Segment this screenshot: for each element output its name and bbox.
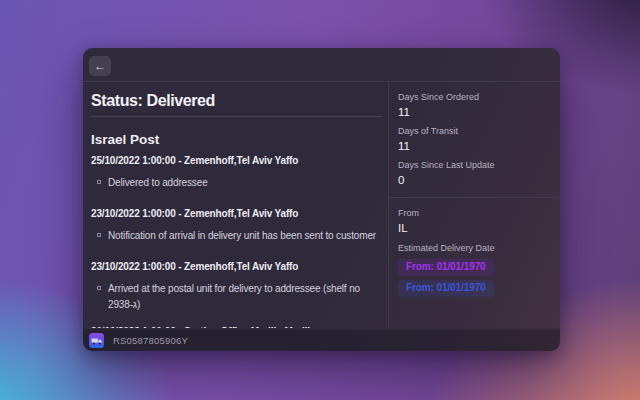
bullet-square-icon — [97, 180, 101, 184]
bullet-square-icon — [97, 286, 101, 290]
event-heading: 23/10/2022 1:00:00 - Zemenhoff,Tel Aviv … — [91, 207, 382, 221]
event-heading: 25/10/2022 1:00:00 - Zemenhoff,Tel Aviv … — [91, 154, 382, 168]
event-description-text: Delivered to addressee — [108, 175, 208, 191]
estimated-delivery-label: Estimated Delivery Date — [398, 242, 550, 254]
stat-label: Days of Transit — [398, 125, 550, 137]
tracking-footer-bar: RS0587805906Y — [83, 328, 560, 351]
stat-value: 11 — [398, 139, 550, 154]
event-heading: 23/10/2022 1:00:00 - Zemenhoff,Tel Aviv … — [91, 260, 382, 274]
event-description: Delivered to addressee — [91, 175, 382, 191]
tracking-number: RS0587805906Y — [113, 335, 188, 346]
sidebar-divider — [389, 197, 560, 198]
back-arrow-icon: ← — [94, 59, 106, 73]
tracking-window: ← Status: Delivered Israel Post 25/10/20… — [83, 48, 560, 351]
delivery-date-badge-purple: From: 01/01/1970 — [398, 259, 494, 276]
parcel-app-icon — [89, 333, 104, 348]
back-button[interactable]: ← — [89, 56, 111, 76]
tracking-event: 23/10/2022 1:00:00 - Zemenhoff,Tel Aviv … — [91, 207, 382, 244]
title-divider — [91, 116, 382, 117]
window-titlebar: ← — [83, 48, 560, 82]
carrier-name: Israel Post — [91, 132, 382, 148]
event-description-text: Arrived at the postal unit for delivery … — [108, 281, 382, 313]
from-value: IL — [398, 221, 550, 236]
window-body: Status: Delivered Israel Post 25/10/2022… — [83, 83, 560, 328]
event-description: Arrived at the postal unit for delivery … — [91, 281, 382, 313]
tracking-history-scroll-area[interactable]: Status: Delivered Israel Post 25/10/2022… — [83, 83, 388, 328]
tracking-event: 23/10/2022 1:00:00 - Zemenhoff,Tel Aviv … — [91, 260, 382, 313]
stat-value: 11 — [398, 105, 550, 120]
estimated-delivery-badges: From: 01/01/1970 From: 01/01/1970 — [398, 254, 550, 297]
status-title: Status: Delivered — [91, 91, 382, 110]
event-description-text: Notification of arrival in delivery unit… — [108, 228, 376, 244]
from-label: From — [398, 207, 550, 219]
event-description: Notification of arrival in delivery unit… — [91, 228, 382, 244]
details-panel: Days Since Ordered 11 Days of Transit 11… — [389, 83, 560, 328]
tracking-event: 25/10/2022 1:00:00 - Zemenhoff,Tel Aviv … — [91, 154, 382, 191]
delivery-date-badge-blue: From: 01/01/1970 — [398, 280, 494, 297]
stat-label: Days Since Last Update — [398, 159, 550, 171]
stat-value: 0 — [398, 173, 550, 188]
bullet-square-icon — [97, 233, 101, 237]
stat-label: Days Since Ordered — [398, 91, 550, 103]
desktop-background: ← Status: Delivered Israel Post 25/10/20… — [0, 0, 640, 400]
